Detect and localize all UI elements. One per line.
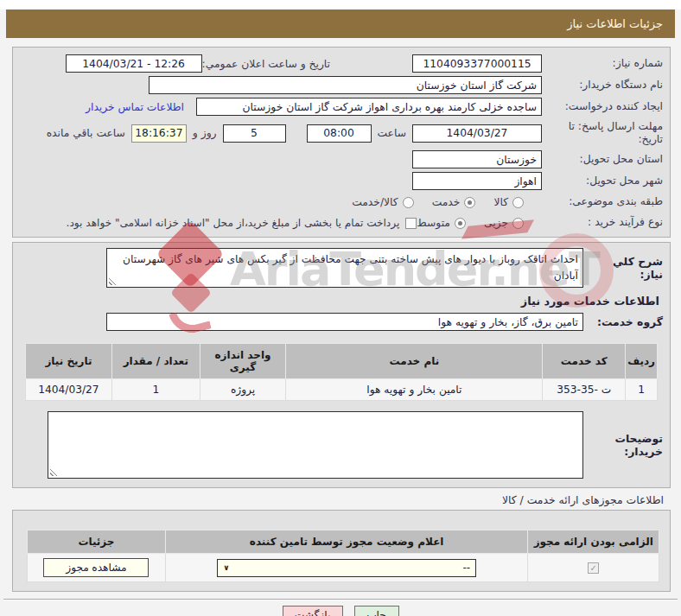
need-description-label: شرح کلي نیاز:: [583, 255, 663, 281]
category-both-label: کالا/خدمت: [352, 196, 398, 208]
license-required-checkbox[interactable]: [588, 562, 599, 574]
service-table-row: 1 353-35- ت تامین بخار و تهویه هوا پروژه…: [26, 379, 658, 401]
process-medium-option: متوسط: [417, 217, 466, 229]
treasury-checkbox[interactable]: [405, 218, 417, 229]
category-service-label: خدمت: [432, 196, 461, 208]
need-description-text: احداث اتاقک روباز با دیوار های پیش ساخته…: [111, 251, 578, 284]
page-title: جزئیات اطلاعات نیاز: [6, 10, 675, 38]
resize-handle-icon[interactable]: [50, 468, 58, 476]
licenses-table-header-row: الزامی بودن ارائه مجوز اعلام وضعیت مجوز …: [28, 530, 659, 554]
province-row: استان محل تحویل: خوزستان: [20, 149, 663, 170]
process-type-row: نوع فرآیند خرید : جزیی متوسط پرداخت تمام…: [20, 213, 663, 233]
license-details-cell: مشاهده مجوز: [28, 554, 166, 582]
city-row: شهر محل تحویل: اهواز: [20, 170, 663, 192]
category-goods-label: کالا: [493, 196, 508, 208]
need-description-textarea[interactable]: احداث اتاقک روباز با دیوار های پیش ساخته…: [106, 248, 583, 288]
licenses-section-heading: اطلاعات مجوزهای ارائه خدمت / کالا: [17, 493, 664, 506]
service-group-label: گروه خدمت:: [583, 315, 663, 328]
service-group-field[interactable]: تامین برق، گاز، بخار و تهویه هوا: [106, 313, 583, 331]
service-group-row: گروه خدمت: تامین برق، گاز، بخار و تهویه …: [20, 313, 663, 331]
process-minor-option: جزیی: [484, 217, 524, 229]
general-info-panel: شماره نیاز: 1104093377000115 تاریخ و ساع…: [12, 47, 671, 238]
need-number-row: شماره نیاز: 1104093377000115 تاریخ و ساع…: [20, 53, 663, 74]
category-row: طبقه بندی موضوعی: کالا خدمت کالا/خدمت: [20, 192, 663, 213]
creator-label: ایجاد کننده درخواست:: [542, 100, 663, 113]
license-required-cell: [528, 554, 659, 582]
category-both-radio[interactable]: [403, 197, 414, 208]
need-description-row: شرح کلي نیاز: احداث اتاقک روباز با دیوار…: [20, 248, 663, 288]
hours-remaining-label: ساعت باقي مانده: [47, 127, 125, 139]
back-button[interactable]: بازگشت: [283, 606, 343, 616]
category-service-radio[interactable]: [464, 197, 475, 208]
announce-datetime-field[interactable]: 1404/03/21 - 12:26: [66, 54, 202, 73]
province-field[interactable]: خوزستان: [412, 150, 542, 168]
licenses-panel: الزامی بودن ارائه مجوز اعلام وضعیت مجوز …: [12, 510, 671, 592]
deadline-time-field[interactable]: 08:00: [307, 124, 372, 143]
services-panel: شرح کلي نیاز: احداث اتاقک روباز با دیوار…: [12, 242, 671, 488]
category-goods-radio[interactable]: [512, 197, 524, 208]
license-status-select[interactable]: -- ∨: [217, 559, 476, 577]
col-license-required: الزامی بودن ارائه مجوز: [528, 530, 659, 554]
print-button[interactable]: چاپ: [354, 606, 399, 616]
province-label: استان محل تحویل:: [542, 153, 663, 166]
footer-divider: [3, 599, 678, 600]
process-type-label: نوع فرآیند خرید :: [542, 216, 663, 229]
category-service-option: خدمت: [432, 196, 476, 208]
category-both-option: کالا/خدمت: [352, 196, 413, 208]
days-and-label: روز و: [193, 127, 217, 139]
col-quantity: تعداد / مقدار: [111, 344, 200, 379]
days-remaining-field[interactable]: 5: [223, 124, 286, 143]
col-service-code: کد خدمت: [543, 344, 626, 379]
service-row-number-cell: 1: [626, 379, 658, 401]
process-medium-label: متوسط: [417, 217, 450, 229]
creator-row: ایجاد کننده درخواست: ساجده خزلی کارمند ب…: [20, 96, 663, 117]
process-minor-label: جزیی: [484, 217, 508, 229]
time-remaining-field: 18:16:37: [131, 124, 187, 143]
deadline-label: مهلت ارسال پاسخ: تا تاریخ:: [542, 120, 663, 147]
services-table-header-row: ردیف کد خدمت نام خدمت واحد اندازه گیری ت…: [26, 344, 658, 379]
city-label: شهر محل تحویل:: [542, 175, 663, 187]
top-strip: [0, 0, 681, 10]
service-date-cell: 1404/03/27: [26, 379, 112, 401]
need-number-field[interactable]: 1104093377000115: [412, 54, 542, 73]
license-status-cell: -- ∨: [165, 554, 528, 582]
creator-field[interactable]: ساجده خزلی کارمند بهره برداری اهواز شرکت…: [196, 98, 542, 116]
hour-label: ساعت: [378, 127, 406, 139]
col-unit: واحد اندازه گیری: [200, 344, 286, 379]
col-need-date: تاریخ نیاز: [26, 344, 112, 379]
buyer-org-field[interactable]: شرکت گاز استان خوزستان: [149, 76, 542, 94]
services-section-heading: اطلاعات خدمات مورد نیاز: [23, 295, 659, 308]
buyer-notes-label: توضیحات خریدار:: [583, 432, 663, 458]
category-label: طبقه بندی موضوعی:: [542, 195, 663, 208]
category-goods-option: کالا: [493, 196, 524, 208]
process-minor-radio[interactable]: [512, 218, 524, 229]
col-row-number: ردیف: [626, 344, 658, 379]
chevron-down-icon: ∨: [223, 563, 229, 572]
need-details-page: جزئیات اطلاعات نیاز شماره نیاز: 11040933…: [0, 0, 681, 616]
treasury-label: پرداخت تمام یا بخشی از مبلغ خرید،از محل …: [67, 217, 400, 229]
col-service-name: نام خدمت: [286, 344, 543, 379]
service-quantity-cell: 1: [111, 379, 200, 401]
service-unit-cell: پروژه: [200, 379, 286, 401]
need-number-label: شماره نیاز:: [542, 57, 663, 70]
city-field[interactable]: اهواز: [412, 172, 542, 190]
col-license-details: جزئیات: [28, 530, 166, 554]
services-table: ردیف کد خدمت نام خدمت واحد اندازه گیری ت…: [25, 343, 658, 401]
deadline-date-field[interactable]: 1404/03/27: [412, 124, 542, 143]
buyer-notes-row: توضیحات خریدار:: [20, 411, 663, 479]
buyer-notes-textarea[interactable]: [48, 411, 583, 479]
deadline-row: مهلت ارسال پاسخ: تا تاریخ: 1404/03/27 سا…: [20, 117, 663, 149]
service-name-cell: تامین بخار و تهویه هوا: [286, 379, 543, 401]
buyer-contact-link[interactable]: اطلاعات تماس خریدار: [86, 101, 184, 113]
announce-datetime-label: تاریخ و ساعت اعلان عمومي:: [202, 58, 330, 70]
license-status-value: --: [462, 562, 470, 574]
footer-buttons: چاپ بازگشت: [0, 606, 681, 616]
buyer-org-row: نام دستگاه خریدار: شرکت گاز استان خوزستا…: [20, 74, 663, 96]
buyer-org-label: نام دستگاه خریدار:: [542, 79, 663, 92]
col-license-status: اعلام وضعیت مجوز توسط تامین کننده: [165, 530, 528, 554]
licenses-table: الزامی بودن ارائه مجوز اعلام وضعیت مجوز …: [27, 530, 659, 582]
process-medium-radio[interactable]: [455, 218, 466, 229]
view-license-button[interactable]: مشاهده مجوز: [43, 558, 149, 577]
service-code-cell: 353-35- ت: [543, 379, 626, 401]
license-table-row: -- ∨ مشاهده مجوز: [28, 554, 659, 582]
